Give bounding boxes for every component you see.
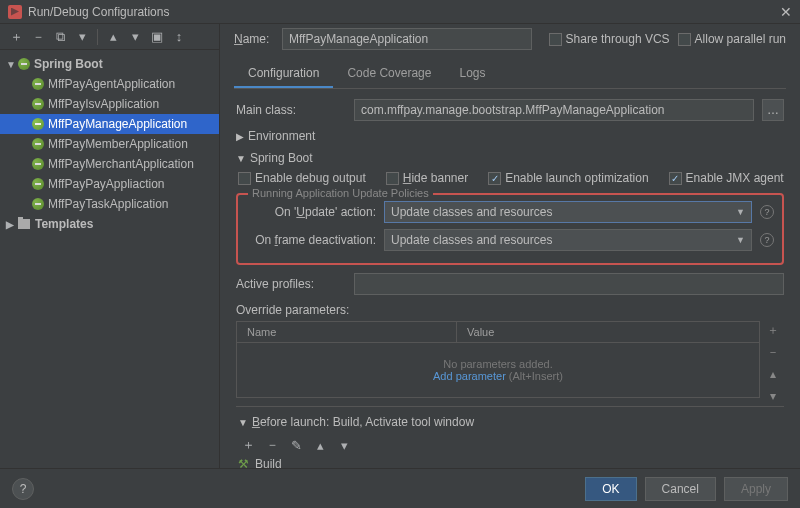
checkbox-icon <box>678 33 691 46</box>
active-profiles-label: Active profiles: <box>236 277 346 291</box>
item-label: MffPayManageApplication <box>48 117 187 131</box>
close-icon[interactable]: ✕ <box>780 4 792 20</box>
tab-coverage[interactable]: Code Coverage <box>333 60 445 88</box>
chevron-down-icon: ▼ <box>736 207 745 217</box>
help-icon[interactable]: ? <box>760 233 774 247</box>
before-launch-section[interactable]: ▼ Before launch: Build, Activate tool wi… <box>238 415 784 429</box>
allow-parallel-checkbox[interactable]: Allow parallel run <box>678 32 786 46</box>
enable-launch-opt-checkbox[interactable]: Enable launch optimization <box>488 171 648 185</box>
tree-item[interactable]: MffPayAgentApplication <box>0 74 219 94</box>
chk-label: Enable launch optimization <box>505 171 648 185</box>
table-add-icon[interactable]: ＋ <box>764 321 782 339</box>
table-remove-icon[interactable]: － <box>764 343 782 361</box>
sidebar: ＋ － ⧉ ▾ ▴ ▾ ▣ ↕ ▼ Spring Boot MffPayAgen… <box>0 24 220 468</box>
tree-folder-springboot[interactable]: ▼ Spring Boot <box>0 54 219 74</box>
override-params-label: Override parameters: <box>236 303 784 317</box>
tree-item[interactable]: MffPayMerchantApplication <box>0 154 219 174</box>
folder-label: Templates <box>35 217 93 231</box>
move-up-icon[interactable]: ▴ <box>103 27 123 47</box>
cancel-button[interactable]: Cancel <box>645 477 716 501</box>
col-value-header: Value <box>457 322 759 342</box>
help-button[interactable]: ? <box>12 478 34 500</box>
bl-edit-icon[interactable]: ✎ <box>286 435 306 455</box>
item-label: MffPayPayAppliaction <box>48 177 165 191</box>
spring-icon <box>32 158 44 170</box>
chk-label: Enable JMX agent <box>686 171 784 185</box>
add-param-text: Add parameter <box>433 370 506 382</box>
bl-add-icon[interactable]: ＋ <box>238 435 258 455</box>
on-update-label: On 'Update' action: <box>246 205 376 219</box>
browse-button[interactable]: … <box>762 99 784 121</box>
spring-icon <box>32 98 44 110</box>
tabs: Configuration Code Coverage Logs <box>234 60 786 89</box>
bl-remove-icon[interactable]: － <box>262 435 282 455</box>
ok-button[interactable]: OK <box>585 477 636 501</box>
on-frame-combo[interactable]: Update classes and resources ▼ <box>384 229 752 251</box>
spring-icon <box>32 118 44 130</box>
copy-icon[interactable]: ⧉ <box>50 27 70 47</box>
apply-button[interactable]: Apply <box>724 477 788 501</box>
spring-icon <box>32 138 44 150</box>
combo-value: Update classes and resources <box>391 233 552 247</box>
sidebar-toolbar: ＋ － ⧉ ▾ ▴ ▾ ▣ ↕ <box>0 24 219 50</box>
remove-icon[interactable]: － <box>28 27 48 47</box>
form-panel: Name: Share through VCS Allow parallel r… <box>220 24 800 468</box>
bl-up-icon[interactable]: ▴ <box>310 435 330 455</box>
config-tree: ▼ Spring Boot MffPayAgentApplication Mff… <box>0 50 219 468</box>
combo-value: Update classes and resources <box>391 205 552 219</box>
move-down-icon[interactable]: ▾ <box>125 27 145 47</box>
on-frame-label: On frame deactivation: <box>246 233 376 247</box>
hide-banner-checkbox[interactable]: Hide banner <box>386 171 468 185</box>
chevron-down-icon: ▼ <box>238 417 248 428</box>
tree-folder-templates[interactable]: ▶ Templates <box>0 214 219 234</box>
add-icon[interactable]: ＋ <box>6 27 26 47</box>
tab-configuration[interactable]: Configuration <box>234 60 333 88</box>
tree-item-selected[interactable]: MffPayManageApplication <box>0 114 219 134</box>
hammer-icon: ⚒ <box>238 457 249 468</box>
spring-icon <box>32 78 44 90</box>
section-label: Spring Boot <box>250 151 313 165</box>
name-label: Name: <box>234 32 274 46</box>
checkbox-icon <box>238 172 251 185</box>
folder-label: Spring Boot <box>34 57 103 71</box>
save-template-icon[interactable]: ▾ <box>72 27 92 47</box>
chevron-down-icon: ▼ <box>6 59 18 70</box>
tree-item[interactable]: MffPayIsvApplication <box>0 94 219 114</box>
main-class-label: Main class: <box>236 103 346 117</box>
enable-jmx-checkbox[interactable]: Enable JMX agent <box>669 171 784 185</box>
on-update-combo[interactable]: Update classes and resources ▼ <box>384 201 752 223</box>
bl-down-icon[interactable]: ▾ <box>334 435 354 455</box>
spring-icon <box>18 58 30 70</box>
title-bar: Run/Debug Configurations ✕ <box>0 0 800 24</box>
spring-icon <box>32 198 44 210</box>
toolbar-separator <box>97 29 98 45</box>
table-up-icon[interactable]: ▴ <box>764 365 782 383</box>
springboot-section[interactable]: ▼ Spring Boot <box>236 151 784 165</box>
add-param-link[interactable]: Add parameter (Alt+Insert) <box>433 370 563 382</box>
folder-icon-btn[interactable]: ▣ <box>147 27 167 47</box>
checkbox-icon <box>549 33 562 46</box>
tree-item[interactable]: MffPayTaskApplication <box>0 194 219 214</box>
tree-item[interactable]: MffPayPayAppliaction <box>0 174 219 194</box>
section-label: Environment <box>248 129 315 143</box>
share-vcs-checkbox[interactable]: Share through VCS <box>549 32 670 46</box>
tree-item[interactable]: MffPayMemberApplication <box>0 134 219 154</box>
chevron-down-icon: ▼ <box>736 235 745 245</box>
chevron-down-icon: ▼ <box>236 153 246 164</box>
chk-label: Allow parallel run <box>695 32 786 46</box>
app-icon <box>8 5 22 19</box>
dialog-footer: ? OK Cancel Apply <box>0 468 800 508</box>
main-class-input[interactable] <box>354 99 754 121</box>
tab-logs[interactable]: Logs <box>445 60 499 88</box>
policies-group-label: Running Application Update Policies <box>248 187 433 199</box>
active-profiles-input[interactable] <box>354 273 784 295</box>
environment-section[interactable]: ▶ Environment <box>236 129 784 143</box>
item-label: MffPayMemberApplication <box>48 137 188 151</box>
separator <box>236 406 784 407</box>
table-down-icon[interactable]: ▾ <box>764 387 782 405</box>
enable-debug-checkbox[interactable]: Enable debug output <box>238 171 366 185</box>
name-input[interactable] <box>282 28 532 50</box>
help-icon[interactable]: ? <box>760 205 774 219</box>
sort-icon[interactable]: ↕ <box>169 27 189 47</box>
update-policies-highlight: Running Application Update Policies On '… <box>236 193 784 265</box>
